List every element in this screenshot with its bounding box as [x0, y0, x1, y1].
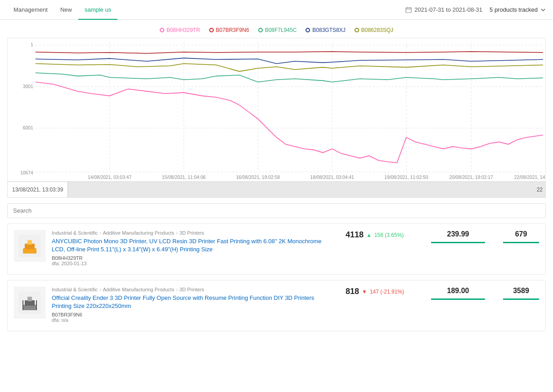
svg-text:19/08/2021, 11:02:50: 19/08/2021, 11:02:50 — [384, 175, 428, 180]
nav-sample-us[interactable]: sample us — [78, 0, 117, 20]
breadcrumb-cat3[interactable]: 3D Printers — [180, 230, 204, 236]
legend-B07BR3F9N6[interactable]: B07BR3F9N6 — [209, 27, 249, 33]
reviews-value: 3589 — [503, 287, 539, 295]
y-label-4: 10674 — [20, 170, 33, 175]
product-title[interactable]: Official Creality Ender 3 3D Printer Ful… — [52, 294, 314, 309]
top-nav: Management New sample us 2021-07-31 to 2… — [0, 0, 553, 20]
legend-label-5: B086283SQJ — [361, 27, 393, 33]
date-range[interactable]: 2021-07-31 to 2021-08-31 — [405, 6, 482, 13]
breadcrumb-cat1[interactable]: Industrial & Scientific — [52, 287, 98, 292]
rank-change: 156 (3.65%) — [374, 232, 404, 238]
breadcrumb-cat1[interactable]: Industrial & Scientific — [52, 230, 98, 236]
breadcrumb-sep2: › — [176, 287, 178, 292]
line-B08F7L945C — [36, 73, 543, 82]
product-breadcrumb: Industrial & Scientific › Additive Manuf… — [52, 287, 335, 292]
product-breadcrumb: Industrial & Scientific › Additive Manuf… — [52, 230, 335, 236]
svg-text:22/08/2021, 14:04:15: 22/08/2021, 14:04:15 — [514, 175, 545, 180]
products-tracked-label: 5 products tracked — [490, 6, 538, 13]
svg-text:18/08/2021, 03:04:41: 18/08/2021, 03:04:41 — [310, 175, 354, 180]
y-label-2: 3001 — [23, 84, 33, 89]
chart-area: B08HH329TR B07BR3F9N6 B08F7L945C B083GTS… — [0, 20, 553, 182]
mini-chart-B07BR3F9N6 — [346, 296, 413, 323]
price-value: 189.00 — [431, 287, 485, 295]
line-B083GTS8XJ — [36, 58, 543, 63]
product-image — [14, 287, 45, 318]
legend-label-1: B08HH329TR — [166, 27, 200, 33]
product-metrics: 818 ▼ 147 (-21.91%) 189.00 3589 — [346, 287, 539, 325]
product-card-B08HH329TR: Industrial & Scientific › Additive Manuf… — [7, 223, 546, 275]
reviews-metric: 679 — [503, 230, 539, 243]
product-image — [14, 230, 45, 262]
product-dfa: dfa: n/a — [52, 317, 335, 323]
legend-B083GTS8XJ[interactable]: B083GTS8XJ — [306, 27, 345, 33]
svg-text:20/08/2021, 19:02:17: 20/08/2021, 19:02:17 — [450, 175, 494, 180]
price-bar — [431, 242, 485, 243]
breadcrumb-sep2: › — [176, 230, 178, 236]
rank-metric: 818 ▼ 147 (-21.91%) — [346, 287, 413, 325]
chart-legend: B08HH329TR B07BR3F9N6 B08F7L945C B083GTS… — [7, 27, 546, 33]
svg-text:15/08/2021, 11:04:06: 15/08/2021, 11:04:06 — [162, 175, 206, 180]
product-info-B08HH329TR: Industrial & Scientific › Additive Manuf… — [52, 230, 335, 266]
change-up-icon: ▲ — [366, 232, 372, 238]
legend-dot-1 — [160, 28, 164, 32]
main-chart[interactable]: .grid-line { stroke: #ddd; stroke-width:… — [7, 38, 546, 182]
rank-value: 4118 — [346, 230, 364, 240]
range-fill[interactable]: 22 — [68, 182, 545, 197]
line-B086283SQJ — [36, 63, 543, 71]
y-label-1: 1 — [31, 42, 33, 47]
reviews-bar — [503, 298, 539, 300]
legend-dot-2 — [209, 28, 214, 32]
nav-right: 2021-07-31 to 2021-08-31 5 products trac… — [405, 6, 546, 13]
product-dfa: dfa: 2020-01-13 — [52, 261, 335, 266]
nav-new[interactable]: New — [54, 0, 78, 20]
legend-dot-4 — [306, 28, 310, 32]
reviews-bar — [503, 242, 539, 243]
calendar-icon — [405, 7, 412, 13]
legend-label-2: B07BR3F9N6 — [216, 27, 249, 33]
legend-dot-5 — [355, 28, 359, 32]
breadcrumb-cat3[interactable]: 3D Printers — [180, 287, 204, 292]
breadcrumb-sep1: › — [99, 287, 101, 292]
products-tracked[interactable]: 5 products tracked — [490, 6, 546, 13]
rank-change: 147 (-21.91%) — [370, 289, 404, 295]
products-list: Industrial & Scientific › Additive Manuf… — [0, 223, 553, 331]
price-metric: 189.00 — [431, 287, 485, 300]
change-down-icon: ▼ — [362, 289, 367, 295]
search-input[interactable] — [7, 203, 546, 218]
search-area — [7, 203, 546, 218]
product-thumbnail — [18, 291, 41, 314]
product-thumbnail — [18, 235, 41, 257]
range-bar[interactable]: 13/08/2021, 13:03:39 22 — [7, 182, 546, 198]
date-range-text: 2021-07-31 to 2021-08-31 — [414, 6, 482, 13]
line-B08HH329TR — [36, 82, 543, 163]
breadcrumb-cat2[interactable]: Additive Manufacturing Products — [103, 230, 174, 236]
svg-text:14/08/2021, 03:03:47: 14/08/2021, 03:03:47 — [88, 175, 132, 180]
legend-dot-3 — [258, 28, 263, 32]
legend-B08F7L945C[interactable]: B08F7L945C — [258, 27, 297, 33]
nav-management[interactable]: Management — [7, 0, 54, 20]
breadcrumb-sep1: › — [99, 230, 101, 236]
legend-B08HH329TR[interactable]: B08HH329TR — [160, 27, 200, 33]
reviews-metric: 3589 — [503, 287, 539, 300]
legend-B086283SQJ[interactable]: B086283SQJ — [355, 27, 393, 33]
svg-rect-0 — [406, 8, 411, 13]
product-info-B07BR3F9N6: Industrial & Scientific › Additive Manuf… — [52, 287, 335, 323]
chevron-down-icon — [540, 7, 546, 13]
product-asin: B08HH329TR — [52, 255, 335, 261]
price-value: 239.99 — [431, 230, 485, 238]
y-label-3: 6001 — [23, 125, 33, 130]
svg-rect-28 — [27, 297, 32, 301]
reviews-value: 679 — [503, 230, 539, 238]
product-title[interactable]: ANYCUBIC Photon Mono 3D Printer, UV LCD … — [52, 238, 322, 253]
product-card-B07BR3F9N6: Industrial & Scientific › Additive Manuf… — [7, 280, 546, 331]
price-metric: 239.99 — [431, 230, 485, 243]
rank-metric: 4118 ▲ 156 (3.65%) — [346, 230, 413, 268]
chart-svg: .grid-line { stroke: #ddd; stroke-width:… — [8, 38, 545, 181]
breadcrumb-cat2[interactable]: Additive Manufacturing Products — [103, 287, 174, 292]
svg-text:16/08/2021, 19:02:58: 16/08/2021, 19:02:58 — [236, 175, 280, 180]
legend-label-4: B083GTS8XJ — [312, 27, 345, 33]
line-B07BR3F9N6 — [36, 52, 543, 53]
mini-chart-B08HH329TR — [346, 240, 413, 267]
range-start-label: 13/08/2021, 13:03:39 — [8, 182, 68, 197]
range-end-label: 22 — [537, 187, 543, 193]
